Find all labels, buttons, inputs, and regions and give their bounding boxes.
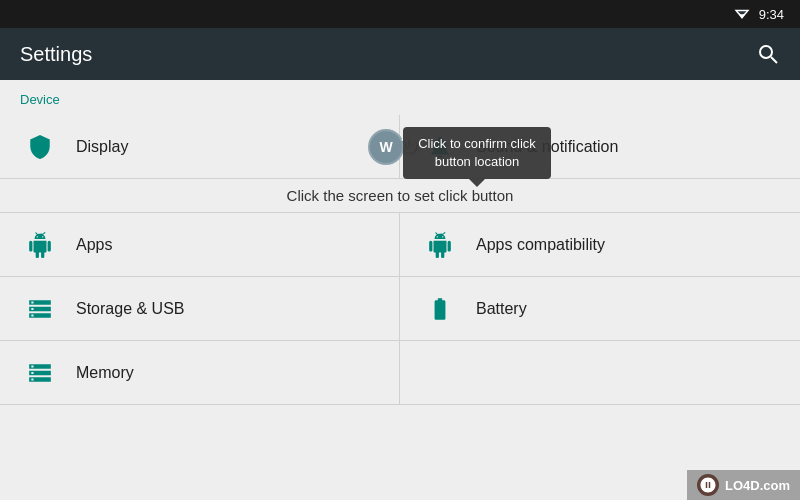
apps-compat-icon bbox=[420, 225, 460, 265]
settings-row-storage[interactable]: Storage & USB Battery bbox=[0, 277, 800, 341]
click-instruction-bar: Click the screen to set click button bbox=[0, 179, 800, 213]
apps-compat-item[interactable]: Apps compatibility bbox=[400, 213, 800, 276]
app-bar: Settings bbox=[0, 28, 800, 80]
settings-row-memory[interactable]: Memory bbox=[0, 341, 800, 405]
memory-right-empty bbox=[400, 341, 800, 404]
sound-item[interactable]: Sound & notification bbox=[400, 115, 800, 178]
search-button[interactable] bbox=[756, 42, 780, 66]
click-instruction-text: Click the screen to set click button bbox=[287, 187, 514, 204]
apps-label: Apps bbox=[76, 236, 112, 254]
storage-label: Storage & USB bbox=[76, 300, 185, 318]
settings-row-display[interactable]: Display Sound & notification Click to co… bbox=[0, 115, 800, 179]
memory-label: Memory bbox=[76, 364, 134, 382]
watermark: LO4D.com bbox=[687, 470, 800, 500]
memory-icon bbox=[20, 353, 60, 393]
display-label: Display bbox=[76, 138, 128, 156]
battery-label: Battery bbox=[476, 300, 527, 318]
status-bar: 9:34 bbox=[0, 0, 800, 28]
apps-icon bbox=[20, 225, 60, 265]
storage-icon bbox=[20, 289, 60, 329]
display-item[interactable]: Display bbox=[0, 115, 400, 178]
sound-icon bbox=[420, 127, 460, 167]
apps-item[interactable]: Apps bbox=[0, 213, 400, 276]
wifi-icon bbox=[733, 5, 751, 23]
apps-compat-label: Apps compatibility bbox=[476, 236, 605, 254]
battery-item[interactable]: Battery bbox=[400, 277, 800, 340]
status-time: 9:34 bbox=[759, 7, 784, 22]
content-area: Device Display So bbox=[0, 80, 800, 500]
settings-row-apps[interactable]: Apps Apps compatibility bbox=[0, 213, 800, 277]
svg-point-3 bbox=[760, 46, 772, 58]
display-icon bbox=[20, 127, 60, 167]
svg-marker-2 bbox=[739, 14, 745, 19]
app-bar-title: Settings bbox=[20, 43, 92, 66]
watermark-logo bbox=[697, 474, 719, 496]
battery-icon bbox=[420, 289, 460, 329]
watermark-text: LO4D.com bbox=[725, 478, 790, 493]
memory-item[interactable]: Memory bbox=[0, 341, 400, 404]
settings-list: Display Sound & notification Click to co… bbox=[0, 115, 800, 405]
svg-line-4 bbox=[771, 57, 777, 63]
storage-item[interactable]: Storage & USB bbox=[0, 277, 400, 340]
sound-label: Sound & notification bbox=[476, 138, 618, 156]
section-device: Device bbox=[0, 80, 800, 115]
